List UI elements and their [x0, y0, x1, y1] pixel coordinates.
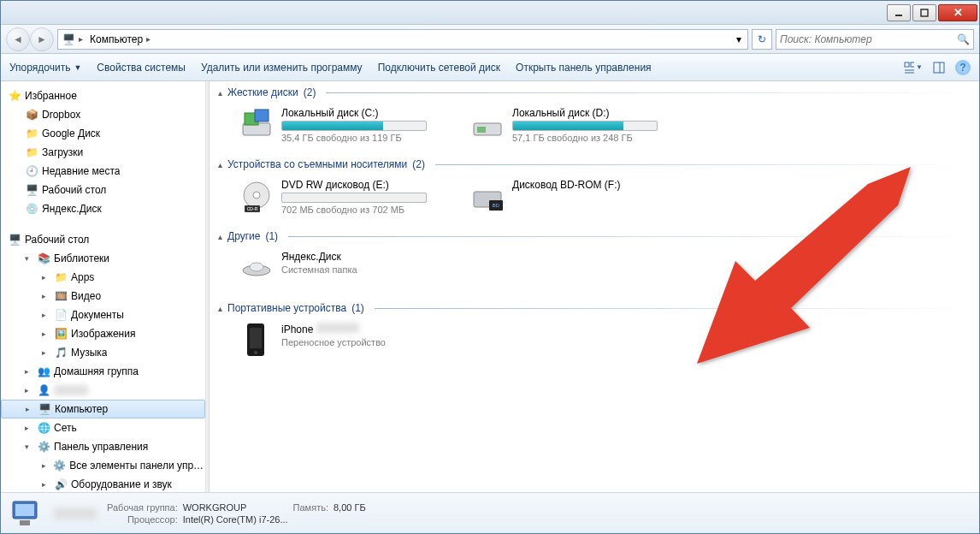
refresh-button[interactable]: ↻: [752, 29, 772, 50]
maximize-button[interactable]: [912, 4, 936, 21]
group-title: Устройства со съемными носителями: [227, 158, 407, 170]
breadcrumb[interactable]: 🖥️ ▸ Компьютер▸ ▾: [57, 29, 748, 50]
breadcrumb-dropdown[interactable]: ▾: [734, 33, 744, 45]
pictures-icon: 🖼️: [54, 327, 68, 341]
drive-dvd[interactable]: CD-R DVD RW дисковод (E:) 702 МБ свободн…: [235, 175, 449, 218]
sidebar-item-all-cp[interactable]: ▸⚙️Все элементы панели управле: [1, 456, 205, 475]
preview-pane-button[interactable]: [930, 58, 948, 77]
drive-bd[interactable]: BD Дисковод BD-ROM (F:): [466, 175, 680, 218]
sidebar-libraries[interactable]: ▾📚Библиотеки: [1, 249, 205, 268]
view-options-button[interactable]: ▼: [904, 58, 923, 77]
svg-rect-12: [477, 127, 486, 133]
collapse-icon[interactable]: ▾: [25, 254, 33, 263]
svg-point-24: [254, 351, 257, 354]
drive-yandex-disk[interactable]: Яндекс.Диск Системная папка: [235, 247, 449, 290]
svg-rect-23: [250, 328, 262, 348]
sidebar-item-pictures[interactable]: ▸🖼️Изображения: [1, 324, 205, 343]
network-icon: 🌐: [37, 421, 50, 435]
navigation-pane: ⭐Избранное 📦Dropbox 📁Google Диск 📁Загруз…: [1, 81, 206, 492]
svg-rect-6: [934, 62, 944, 73]
group-header-other[interactable]: ▴ Другие (1): [218, 230, 971, 242]
drive-name: iPhone: [281, 323, 446, 335]
group-header-hdd[interactable]: ▴ Жесткие диски (2): [218, 86, 971, 98]
group-title: Портативные устройства: [227, 302, 346, 314]
star-icon: ⭐: [8, 89, 21, 103]
sidebar-item-downloads[interactable]: 📁Загрузки: [1, 143, 205, 162]
breadcrumb-item-computer[interactable]: Компьютер▸: [86, 30, 154, 49]
help-button[interactable]: ?: [955, 60, 971, 75]
sidebar-control-panel[interactable]: ▾⚙️Панель управления: [1, 437, 205, 456]
organize-menu[interactable]: Упорядочить ▼: [9, 62, 81, 74]
status-label-memory: Память:: [293, 502, 328, 513]
svg-rect-1: [921, 9, 928, 16]
drive-usage-bar: [281, 121, 427, 131]
bd-icon: BD: [469, 179, 505, 215]
sidebar-item-recent[interactable]: 🕘Недавние места: [1, 162, 205, 181]
group-hard-disks: ▴ Жесткие диски (2) Локальный диск (C:) …: [218, 86, 971, 146]
group-other: ▴ Другие (1) Яндекс.Диск Системная папка: [218, 230, 971, 290]
sidebar-item-hardware[interactable]: ▸🔊Оборудование и звук: [1, 475, 205, 492]
sidebar-item-yandex-disk[interactable]: 💿Яндекс.Диск: [1, 199, 205, 218]
dropbox-icon: 📦: [25, 108, 38, 122]
desktop-icon: 🖥️: [25, 183, 38, 197]
sidebar-desktop-root[interactable]: 🖥️Рабочий стол: [1, 230, 205, 249]
sidebar-network[interactable]: ▸🌐Сеть: [1, 418, 205, 437]
back-button[interactable]: ◄: [6, 27, 30, 51]
uninstall-program-button[interactable]: Удалить или изменить программу: [201, 62, 363, 74]
drive-usage-bar: [281, 193, 427, 203]
close-button[interactable]: ✕: [938, 4, 977, 21]
sidebar-item-apps[interactable]: ▸📁Apps: [1, 268, 205, 287]
computer-icon: 🖥️: [38, 402, 51, 416]
svg-point-21: [250, 263, 263, 271]
system-properties-button[interactable]: Свойства системы: [97, 62, 186, 74]
blurred-label: [54, 507, 97, 519]
sidebar-homegroup[interactable]: ▸👥Домашняя группа: [1, 362, 205, 381]
ufo-icon: [239, 251, 275, 287]
status-label-processor: Процессор:: [107, 514, 178, 525]
open-control-panel-button[interactable]: Открыть панель управления: [516, 62, 652, 74]
search-box[interactable]: 🔍: [776, 29, 974, 50]
folder-icon: 📁: [54, 270, 68, 284]
forward-button[interactable]: ►: [30, 27, 54, 51]
toolbar: Упорядочить ▼ Свойства системы Удалить и…: [1, 54, 979, 81]
sidebar-item-google-disk[interactable]: 📁Google Диск: [1, 124, 205, 143]
sidebar-item-dropbox[interactable]: 📦Dropbox: [1, 105, 205, 124]
group-count: (1): [265, 230, 278, 242]
group-count: (1): [351, 302, 364, 314]
drive-name: Яндекс.Диск: [281, 251, 446, 263]
svg-rect-27: [15, 504, 34, 516]
sidebar-item-video[interactable]: ▸🎞️Видео: [1, 287, 205, 306]
drive-name: Дисковод BD-ROM (F:): [512, 179, 676, 191]
sidebar-item-music[interactable]: ▸🎵Музыка: [1, 343, 205, 362]
collapse-icon: ▴: [218, 88, 222, 98]
map-network-drive-button[interactable]: Подключить сетевой диск: [378, 62, 500, 74]
search-input[interactable]: [780, 33, 957, 45]
group-title: Другие: [227, 230, 260, 242]
drive-c[interactable]: Локальный диск (C:) 35,4 ГБ свободно из …: [235, 104, 449, 146]
sidebar-favorites[interactable]: ⭐Избранное: [1, 86, 205, 105]
sidebar-computer[interactable]: ▸🖥️Компьютер: [1, 400, 205, 418]
group-title: Жесткие диски: [227, 86, 298, 98]
drive-subtitle: 57,1 ГБ свободно из 248 ГБ: [512, 133, 676, 143]
minimize-button[interactable]: [887, 4, 911, 21]
svg-rect-2: [905, 62, 909, 67]
sidebar-item-desktop[interactable]: 🖥️Рабочий стол: [1, 181, 205, 199]
sidebar-item-documents[interactable]: ▸📄Документы: [1, 306, 205, 324]
user-icon: 👤: [37, 383, 50, 397]
drive-d[interactable]: Локальный диск (D:) 57,1 ГБ свободно из …: [466, 104, 680, 146]
drive-usage-bar: [512, 121, 658, 131]
drive-iphone[interactable]: iPhone Переносное устройство: [235, 319, 449, 362]
svg-rect-28: [20, 520, 30, 525]
drive-subtitle: Системная папка: [281, 264, 446, 275]
sidebar-user[interactable]: ▸👤: [1, 381, 205, 400]
group-header-removable[interactable]: ▴ Устройства со съемными носителями (2): [218, 158, 971, 170]
group-removable: ▴ Устройства со съемными носителями (2) …: [218, 158, 971, 218]
group-header-portable[interactable]: ▴ Портативные устройства (1): [218, 302, 971, 314]
status-value-processor: Intel(R) Core(TM) i7-26...: [183, 514, 288, 525]
status-label-workgroup: Рабочая группа:: [107, 502, 178, 513]
chevron-right-icon[interactable]: ▸: [79, 34, 83, 44]
search-icon[interactable]: 🔍: [957, 33, 970, 45]
folder-icon: 📁: [25, 127, 38, 140]
svg-text:CD-R: CD-R: [247, 206, 258, 211]
disk-icon: 💿: [25, 202, 38, 216]
